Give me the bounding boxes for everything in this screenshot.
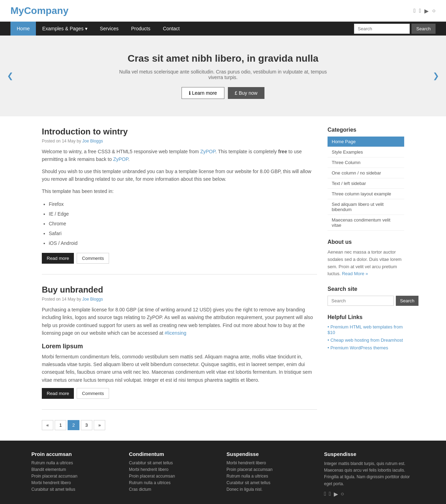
footer-col-3: Suspendisse Morbi hendrerit libero Proin…: [226, 451, 317, 497]
hero-buy-button[interactable]: £ Buy now: [228, 87, 264, 99]
list-item: Firefox: [49, 199, 317, 209]
footer-youtube-icon[interactable]: ▶: [334, 491, 338, 497]
sidebar-search-input[interactable]: [328, 296, 394, 306]
category-link[interactable]: Three Column: [328, 157, 404, 168]
hero-next-arrow[interactable]: ❯: [433, 71, 439, 80]
footer-col-3-list: Morbi hendrerit libero Proin placerat ac…: [226, 460, 317, 492]
hero-prev-arrow[interactable]: ❮: [7, 71, 13, 80]
footer-link-item[interactable]: Proin placerat accumsan: [226, 467, 317, 472]
sidebar-search: Search site Search: [328, 286, 404, 306]
article-2-author[interactable]: Joe Bloggs: [82, 297, 103, 302]
page-first-button[interactable]: «: [42, 420, 53, 430]
instagram-icon[interactable]: ○: [432, 8, 436, 14]
article-1-para-3: This template has been tested in:: [42, 187, 317, 195]
article-2-para-1: Purchasing a template license for 8.00 G…: [42, 306, 317, 337]
footer-link-item[interactable]: Curabitur sit amet tellus: [226, 480, 317, 485]
category-link[interactable]: Sed aliquam libero ut velit bibendum: [328, 199, 404, 215]
footer-col-1: Proin accumsan Rutrum nulla a ultrices B…: [31, 451, 122, 497]
nav-item-examples[interactable]: Examples & Pages: [36, 22, 93, 36]
sidebar-helpful-links: Helpful Links Premium HTML web templates…: [328, 314, 404, 350]
footer-facebook-icon[interactable]: : [324, 491, 326, 497]
facebook-icon[interactable]: : [414, 8, 416, 14]
article-2-readmore-button[interactable]: Read more: [42, 388, 74, 399]
about-read-more-link[interactable]: Read More »: [342, 271, 368, 276]
nav-search-button[interactable]: Search: [412, 24, 436, 34]
article-1-list: Firefox IE / Edge Chrome Safari iOS / An…: [49, 199, 317, 248]
footer-link-item[interactable]: Proin placerat accumsan: [31, 474, 122, 479]
footer-link-item[interactable]: Morbi hendrerit libero: [129, 467, 220, 472]
page-last-button[interactable]: »: [94, 420, 105, 430]
twitter-icon[interactable]: : [419, 8, 421, 14]
article-2-meta: Posted on 14 May by Joe Bloggs: [42, 297, 317, 302]
category-list: Home Page Style Examples Three Column On…: [328, 137, 404, 231]
article-1-readmore-button[interactable]: Read more: [42, 253, 74, 264]
page-1-button[interactable]: 1: [55, 420, 66, 430]
nav-item-home[interactable]: Home: [10, 22, 36, 36]
hero-subtitle: Nulla vel metus scelerisque ante sollici…: [118, 69, 328, 80]
main-nav: Home Examples & Pages Services Products …: [0, 22, 446, 36]
logo: MyCompany: [10, 5, 68, 16]
search-site-form: Search: [328, 296, 404, 306]
pagination: « 1 2 3 »: [42, 420, 317, 430]
helpful-link[interactable]: Premium HTML web templates from $10: [328, 324, 403, 335]
helpful-link-item: Premium HTML web templates from $10: [328, 324, 404, 335]
category-link[interactable]: Maecenas condimentum velit vitae: [328, 215, 404, 231]
footer-link-item[interactable]: Proin placerat accumsan: [129, 474, 220, 479]
sidebar-search-button[interactable]: Search: [396, 296, 418, 306]
category-link[interactable]: One column / no sidebar: [328, 168, 404, 178]
footer-link-item[interactable]: Morbi hendrerit libero: [31, 480, 122, 485]
category-link[interactable]: Style Examples: [328, 147, 404, 157]
article-2-comments-button[interactable]: Comments: [77, 388, 109, 399]
footer-col-4-text: Integer mattis blandit turpis, quis rutr…: [324, 460, 415, 487]
licensing-link[interactable]: #licensing: [165, 330, 186, 336]
helpful-link-item: Cheap web hosting from Dreamhost: [328, 337, 404, 343]
footer-col-4: Suspendisse Integer mattis blandit turpi…: [324, 451, 415, 497]
sidebar: Categories Home Page Style Examples Thre…: [328, 127, 404, 430]
list-item: IE / Edge: [49, 209, 317, 219]
helpful-link[interactable]: Cheap web hosting from Dreamhost: [328, 338, 403, 343]
nav-item-products[interactable]: Products: [125, 22, 156, 36]
pound-icon: £: [235, 90, 239, 96]
article-1-comments-button[interactable]: Comments: [77, 253, 109, 264]
footer-col-4-title: Suspendisse: [324, 451, 415, 457]
footer-twitter-icon[interactable]: : [329, 491, 331, 497]
list-item: Safari: [49, 228, 317, 238]
footer-link-item[interactable]: Rutrum nulla a ultrices: [226, 474, 317, 479]
main-wrapper: Introduction to wintry Posted on 14 May …: [31, 116, 415, 441]
helpful-links-title: Helpful Links: [328, 314, 404, 320]
hero-learn-button[interactable]: ℹ Learn more: [182, 87, 224, 99]
footer-col-1-list: Rutrum nulla a ultrices Blandit elementu…: [31, 460, 122, 492]
category-item: Style Examples: [328, 147, 404, 157]
footer-link-item[interactable]: Cras dictum: [129, 487, 220, 492]
nav-item-contact[interactable]: Contact: [156, 22, 186, 36]
category-link[interactable]: Three column layout example: [328, 189, 404, 199]
article-2-subheading: Lorem lipsum: [42, 343, 317, 350]
page-2-button[interactable]: 2: [68, 420, 79, 430]
footer-columns: Proin accumsan Rutrum nulla a ultrices B…: [31, 451, 415, 497]
article-1: Introduction to wintry Posted on 14 May …: [42, 127, 317, 274]
footer-link-item[interactable]: Donec in ligula nisl.: [226, 487, 317, 492]
nav-item-services[interactable]: Services: [94, 22, 125, 36]
content-area: Introduction to wintry Posted on 14 May …: [42, 127, 317, 430]
footer-link-item[interactable]: Rutrum nulla a ultrices: [31, 460, 122, 465]
footer-link-item[interactable]: Rutrum nulla a ultrices: [129, 480, 220, 485]
zypop-link-1[interactable]: ZyPOP: [200, 149, 215, 154]
nav-search-input[interactable]: [354, 24, 410, 34]
helpful-link-item: Premium WordPress themes: [328, 345, 404, 350]
category-link[interactable]: Text / left sidebar: [328, 178, 404, 189]
page-3-button[interactable]: 3: [81, 420, 92, 430]
footer-instagram-icon[interactable]: ○: [341, 491, 344, 497]
footer-link-item[interactable]: Curabitur sit amet tellus: [31, 487, 122, 492]
footer-link-item[interactable]: Curabitur sit amet tellus: [129, 460, 220, 465]
helpful-link[interactable]: Premium WordPress themes: [328, 345, 388, 350]
footer-link-item[interactable]: Morbi hendrerit libero: [226, 460, 317, 465]
youtube-icon[interactable]: ▶: [424, 8, 429, 14]
category-link[interactable]: Home Page: [328, 137, 404, 147]
footer-link-item[interactable]: Blandit elementum: [31, 467, 122, 472]
article-1-author[interactable]: Joe Bloggs: [82, 139, 103, 144]
about-title: About us: [328, 239, 404, 245]
zypop-link-2[interactable]: ZyPOP: [113, 156, 128, 162]
footer-social-icons:   ▶ ○: [324, 491, 415, 497]
hero-title: Cras sit amet nibh libero, in gravida nu…: [10, 53, 436, 64]
list-item: Chrome: [49, 219, 317, 228]
